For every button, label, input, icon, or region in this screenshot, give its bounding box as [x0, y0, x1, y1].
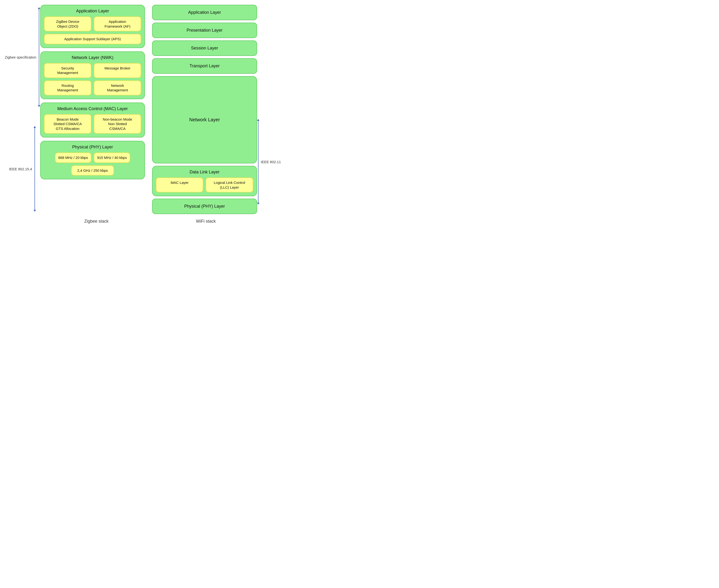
wifi-datalink-title: Data Link Layer — [156, 170, 253, 174]
zigbee-spec-label: Zigbee specification — [5, 55, 36, 60]
zigbee-spec-section: Zigbee specification — [5, 7, 40, 107]
zigbee-network-bottom-row: Routing Management Network Management — [44, 80, 141, 96]
zigbee-phy-layer-title: Physical (PHY) Layer — [44, 145, 141, 150]
ieee-802154-arrow — [34, 126, 36, 212]
arrow-shaft — [39, 9, 39, 105]
ieee-802154-section: IEEE 802.15.4 — [9, 126, 36, 212]
page-wrapper: Zigbee specification IEEE 802.15.4 — [5, 5, 281, 224]
zigbee-network-layer: Network Layer (NWK) Security Management … — [40, 51, 145, 99]
arrow-tip-down-2 — [34, 210, 36, 212]
zigbee-mac-inner-row: Beacon Mode Slotted CSMA/CA GTS Allocati… — [44, 114, 141, 134]
zigbee-phy-inner: 868 MHz / 20 kbps 915 MHz / 40 kbps — [44, 152, 141, 163]
zigbee-freq3-row: 2,4 GHz / 250 kbps — [44, 165, 141, 176]
zigbee-network-top-row: Security Management Message Broker — [44, 63, 141, 78]
zigbee-network-mgmt-box: Network Management — [94, 80, 141, 96]
zigbee-freq1-box: 868 MHz / 20 kbps — [55, 152, 91, 163]
zigbee-security-box: Security Management — [44, 63, 91, 78]
zigbee-stack-label: Zigbee stack — [45, 219, 147, 224]
right-labels-area: IEEE 802.11 — [257, 5, 281, 214]
zigbee-aps-row: Application Support Sublayer (APS) — [44, 34, 141, 44]
zigbee-mac-layer: Medium Access Control (MAC) Layer Beacon… — [40, 103, 145, 138]
arrow-tip-down — [38, 105, 40, 107]
zigbee-beacon-box: Beacon Mode Slotted CSMA/CA GTS Allocati… — [44, 114, 91, 134]
arrow-tip-up — [38, 7, 40, 9]
wifi-session-layer: Session Layer — [152, 40, 257, 56]
arrow-shaft-3 — [258, 121, 259, 203]
wifi-datalink-layer: Data Link Layer MAC Layer Logical Link C… — [152, 166, 257, 196]
ieee-80211-arrow — [257, 119, 260, 205]
stacks-area: Application Layer ZigBee Device Object (… — [40, 5, 257, 214]
wifi-mac-box: MAC Layer — [156, 177, 203, 192]
wifi-phy-layer: Physical (PHY) Layer — [152, 198, 257, 214]
zigbee-app-top-row: ZigBee Device Object (ZDO) Application F… — [44, 16, 141, 31]
wifi-col: Application Layer Presentation Layer Ses… — [152, 5, 257, 214]
zigbee-non-beacon-box: Non-beacon Mode Non Slotted CSMA/CA — [94, 114, 141, 134]
zigbee-freq3-box: 2,4 GHz / 250 kbps — [71, 165, 114, 176]
arrow-tip-down-3 — [257, 203, 260, 205]
zigbee-af-box: Application Framework (AF) — [94, 16, 141, 31]
zigbee-message-broker-box: Message Broker — [94, 63, 141, 78]
diagram-area: Zigbee specification IEEE 802.15.4 — [5, 5, 281, 214]
wifi-transport-layer: Transport Layer — [152, 58, 257, 74]
zigbee-freq2-box: 915 MHz / 40 kbps — [94, 152, 130, 163]
zigbee-col: Application Layer ZigBee Device Object (… — [40, 5, 145, 214]
arrow-tip-up-2 — [34, 126, 36, 128]
zigbee-app-layer: Application Layer ZigBee Device Object (… — [40, 5, 145, 48]
wifi-stack-label: WiFi stack — [155, 219, 257, 224]
zigbee-app-layer-title: Application Layer — [44, 8, 141, 14]
zigbee-phy-layer: Physical (PHY) Layer 868 MHz / 20 kbps 9… — [40, 141, 145, 180]
zigbee-network-layer-title: Network Layer (NWK) — [44, 55, 141, 60]
arrow-shaft-2 — [35, 128, 35, 210]
zigbee-spec-arrow — [38, 7, 40, 107]
wifi-presentation-layer: Presentation Layer — [152, 23, 257, 38]
ieee-80211-section: IEEE 802.11 — [257, 119, 281, 205]
arrow-tip-up-3 — [257, 119, 260, 121]
zigbee-zdo-box: ZigBee Device Object (ZDO) — [44, 16, 91, 31]
zigbee-mac-layer-title: Medium Access Control (MAC) Layer — [44, 106, 141, 111]
zigbee-routing-box: Routing Management — [44, 80, 91, 96]
wifi-network-layer: Network Layer — [152, 76, 257, 163]
wifi-app-layer: Application Layer — [152, 5, 257, 20]
wifi-llc-box: Logical Link Control (LLC) Layer — [206, 177, 253, 192]
ieee-80211-label: IEEE 802.11 — [261, 160, 281, 164]
left-labels-area: Zigbee specification IEEE 802.15.4 — [5, 5, 40, 214]
ieee-802154-label: IEEE 802.15.4 — [9, 167, 32, 171]
zigbee-aps-box: Application Support Sublayer (APS) — [44, 34, 141, 44]
bottom-labels-area: Zigbee stack WiFi stack — [5, 219, 281, 224]
wifi-datalink-inner: MAC Layer Logical Link Control (LLC) Lay… — [156, 177, 253, 192]
